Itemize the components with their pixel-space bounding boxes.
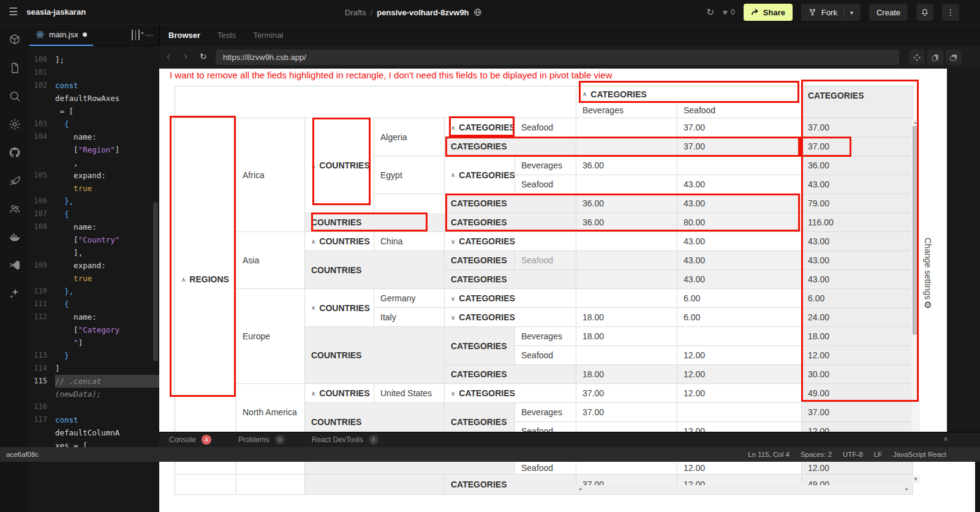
code-editor[interactable]: 100];101102constdefaultRowAxes = [103 {1… <box>29 50 159 512</box>
preview-actions-icon[interactable] <box>909 50 925 65</box>
workspace-name[interactable]: seasia-jaskaran <box>26 7 86 17</box>
breadcrumb-folder[interactable]: Drafts <box>345 8 366 17</box>
collapse-icon[interactable]: ∧ <box>181 276 186 283</box>
pivot-cell[interactable]: ∧COUNTRIES <box>305 289 374 327</box>
expand-icon[interactable]: ∨ <box>451 295 455 302</box>
expand-icon[interactable]: ∨ <box>451 314 455 321</box>
collapse-icon[interactable]: ∧ <box>311 162 315 169</box>
sandbox-icon[interactable] <box>9 34 21 46</box>
scroll-up-icon[interactable]: ▲ <box>913 120 918 124</box>
file-icon[interactable] <box>9 62 21 74</box>
cell-text: 36.00 <box>582 198 604 208</box>
code-line: true <box>29 272 159 285</box>
change-settings-button[interactable]: Change settings⚙ <box>922 238 933 311</box>
tab-browser[interactable]: Browser <box>160 24 209 46</box>
scrollbar-thumb[interactable] <box>913 126 919 334</box>
pivot-cell: Seafood <box>515 118 576 137</box>
pivot-cell[interactable]: ∧COUNTRIES <box>305 118 374 213</box>
create-button[interactable]: Create <box>869 4 908 21</box>
open-preview-icon[interactable] <box>138 31 140 39</box>
tab-main-jsx[interactable]: main.jsx <box>29 24 93 46</box>
scroll-down-icon[interactable]: ▼ <box>911 475 920 484</box>
collapse-icon[interactable]: ∧ <box>582 91 587 97</box>
table-vertical-scrollbar[interactable]: ▲ <box>911 120 920 432</box>
pivot-cell[interactable]: ∧CATEGORIES <box>576 86 802 102</box>
pivot-cell: United States <box>374 384 445 403</box>
pivot-cell[interactable]: ∧CATEGORIES <box>445 118 515 137</box>
rocket-icon[interactable] <box>9 175 21 187</box>
reload-icon[interactable]: ↻ <box>200 51 207 61</box>
cell-text: 30.00 <box>808 369 829 379</box>
pivot-cell[interactable]: ∧COUNTRIES <box>305 232 374 251</box>
devtools-tab-console[interactable]: Console4 <box>169 435 211 445</box>
cell-text: COUNTRIES <box>319 388 369 398</box>
line-number <box>29 336 55 349</box>
collapse-icon[interactable]: ∧ <box>311 238 315 245</box>
editor-more-icon[interactable]: ⋯ <box>145 31 154 39</box>
refresh-icon[interactable]: ↻ <box>706 7 714 18</box>
open-window-icon[interactable] <box>946 50 962 65</box>
status-item[interactable]: UTF-8 <box>843 451 863 458</box>
pivot-cell: CATEGORIES <box>445 137 576 156</box>
pivot-cell[interactable]: ∨CATEGORIES <box>445 289 576 308</box>
share-button[interactable]: Share <box>744 4 793 21</box>
pivot-cell[interactable]: ∧REGIONS <box>175 118 236 441</box>
fork-button[interactable]: Fork ▾ <box>801 4 861 21</box>
count-badge: 0 <box>275 435 285 445</box>
annotation-note: I want to remove all the fieds highlight… <box>170 70 612 80</box>
status-item[interactable]: Spaces: 2 <box>801 451 832 458</box>
devtools-tab-problems[interactable]: Problems0 <box>238 435 285 445</box>
pivot-cell[interactable]: ∧COUNTRIES <box>305 384 374 403</box>
cell-text: 12.00 <box>808 463 829 473</box>
devtools-tab-react-devtools[interactable]: React DevTools0 <box>312 435 379 445</box>
notifications-button[interactable] <box>916 4 933 21</box>
fork-caret-icon[interactable]: ▾ <box>850 9 853 16</box>
table-horizontal-scrollbar[interactable]: ◄► <box>576 485 911 494</box>
docker-icon[interactable] <box>9 231 21 243</box>
expand-devtools-icon[interactable]: ∧ <box>943 435 948 443</box>
status-item[interactable]: JavaScript React <box>893 451 946 458</box>
vscode-icon[interactable] <box>9 259 21 271</box>
team-icon[interactable] <box>9 203 21 215</box>
pivot-cell[interactable]: ∨CATEGORIES <box>445 232 576 251</box>
scroll-left-icon[interactable]: ◄ <box>578 486 582 492</box>
more-options-button[interactable]: ⋮ <box>942 4 959 21</box>
pivot-cell[interactable]: ∧CATEGORIES <box>445 156 515 194</box>
search-icon[interactable] <box>9 90 21 102</box>
github-icon[interactable] <box>9 146 21 159</box>
status-item[interactable]: LF <box>874 451 882 458</box>
commit-hash[interactable]: ace6af08c <box>6 451 39 458</box>
copy-preview-icon[interactable] <box>927 50 943 65</box>
likes-counter[interactable]: ♥0 <box>723 7 735 17</box>
pivot-cell: CATEGORIES <box>445 475 576 495</box>
pivot-cell: Seafood <box>677 102 802 118</box>
tab-terminal[interactable]: Terminal <box>244 24 292 46</box>
collapse-icon[interactable]: ∧ <box>311 304 315 311</box>
split-editor-icon[interactable] <box>132 31 133 39</box>
pivot-cell: 43.00 <box>677 251 802 270</box>
code-text: // .concat <box>55 375 159 388</box>
unsaved-dot-icon <box>83 32 87 37</box>
status-item[interactable]: Ln 115, Col 4 <box>748 451 790 458</box>
breadcrumb-project[interactable]: pensive-volhard-8zvw9h <box>377 8 469 17</box>
url-bar[interactable]: https://8zvw9h.csb.app/ <box>216 50 899 65</box>
tab-tests[interactable]: Tests <box>209 24 244 46</box>
code-text: ["Region"] <box>55 143 159 156</box>
pivot-cell[interactable]: ∨CATEGORIES <box>445 384 576 403</box>
expand-icon[interactable]: ∨ <box>451 390 455 397</box>
scroll-right-icon[interactable]: ► <box>905 486 910 492</box>
back-icon[interactable]: ‹ <box>167 50 170 62</box>
hamburger-menu-icon[interactable]: ☰ <box>9 6 18 18</box>
editor-scrollbar[interactable] <box>153 202 158 361</box>
pivot-cell <box>576 251 677 270</box>
collapse-icon[interactable]: ∧ <box>311 390 315 397</box>
pivot-cell[interactable]: ∨CATEGORIES <box>445 308 576 327</box>
ai-sparkles-icon[interactable] <box>9 287 21 299</box>
settings-icon[interactable] <box>9 118 21 130</box>
collapse-icon[interactable]: ∧ <box>451 124 455 131</box>
expand-icon[interactable]: ∨ <box>451 238 455 245</box>
cell-text: Seafood <box>521 179 553 189</box>
collapse-icon[interactable]: ∧ <box>451 171 455 178</box>
cell-text: COUNTRIES <box>319 160 369 170</box>
forward-icon[interactable]: › <box>184 50 187 62</box>
